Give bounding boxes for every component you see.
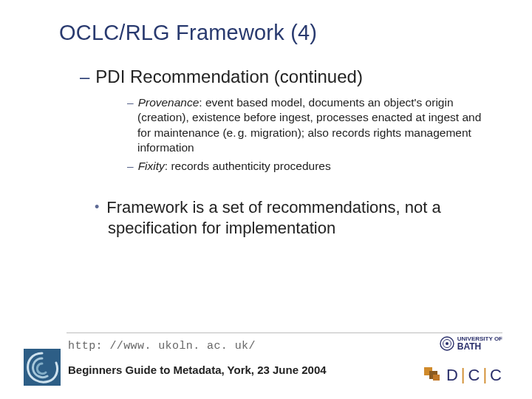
bullet-icon: • xyxy=(95,200,99,214)
ukoln-logo xyxy=(24,349,61,386)
term-provenance: Provenance xyxy=(138,96,200,109)
bath-logo: UNIVERSITY OF BATH xyxy=(439,335,502,352)
slide-title: OCLC/RLG Framework (4) xyxy=(59,21,502,45)
spacer xyxy=(59,177,502,197)
footer-line: Beginners Guide to Metadata, York, 23 Ju… xyxy=(68,364,327,376)
divider xyxy=(66,332,502,333)
dcc-c2: C xyxy=(490,366,502,385)
sub-item-fixity: –Fixity: records authenticity procedures xyxy=(127,159,497,174)
framework-point: •Framework is a set of recommendations, … xyxy=(95,197,502,238)
dcc-c1: C xyxy=(468,366,481,385)
dash-icon: – xyxy=(80,66,89,86)
sub-item-provenance: –Provenance: event based model, document… xyxy=(127,95,497,156)
term-fixity: Fixity xyxy=(138,160,165,172)
bath-seal-icon xyxy=(440,336,454,351)
pipe-icon: | xyxy=(461,366,466,383)
framework-point-text: Framework is a set of recommendations, n… xyxy=(106,198,440,237)
dcc-squares-icon xyxy=(423,366,442,385)
dash-icon: – xyxy=(127,96,134,109)
bath-bottom: BATH xyxy=(457,342,502,351)
dash-icon: – xyxy=(127,160,134,172)
bath-text: UNIVERSITY OF BATH xyxy=(457,336,502,351)
slide: OCLC/RLG Framework (4) –PDI Recommendati… xyxy=(0,0,532,399)
footer-url: http: //www. ukoln. ac. uk/ xyxy=(68,340,256,352)
dcc-letters: D | C | C xyxy=(446,366,502,385)
slide-footer: http: //www. ukoln. ac. uk/ Beginners Gu… xyxy=(0,332,532,399)
pdi-heading: –PDI Recommendation (continued) xyxy=(80,66,502,88)
svg-point-3 xyxy=(446,342,449,345)
ukoln-swirl-icon xyxy=(24,349,61,386)
fixity-body: : records authenticity procedures xyxy=(165,160,331,172)
svg-rect-6 xyxy=(433,375,440,381)
dcc-d: D xyxy=(446,366,459,385)
dcc-logo: D | C | C xyxy=(406,365,502,386)
pipe-icon: | xyxy=(482,366,488,383)
pdi-heading-text: PDI Recommendation (continued) xyxy=(95,66,363,86)
